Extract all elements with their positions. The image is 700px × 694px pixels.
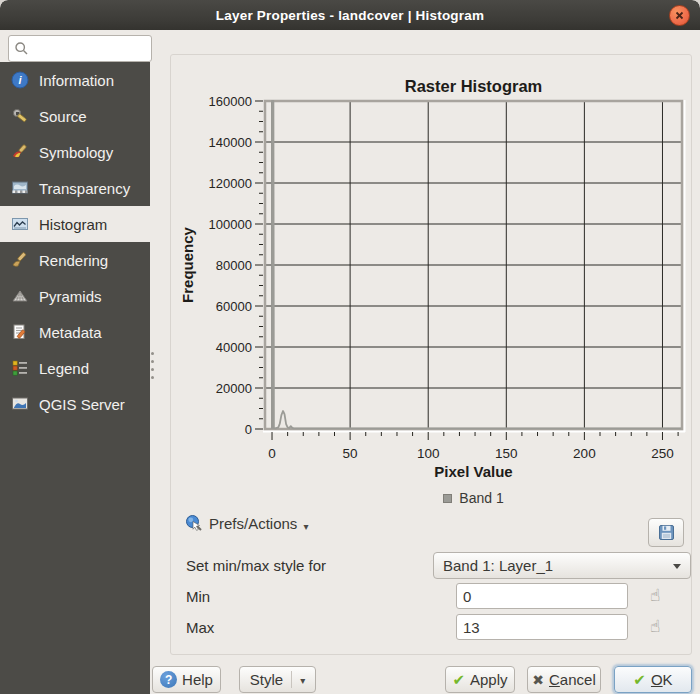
rendering-icon (10, 251, 30, 269)
pyramids-icon (10, 287, 30, 305)
apply-button-label: Apply (470, 671, 508, 688)
svg-text:140000: 140000 (209, 135, 252, 150)
svg-text:20000: 20000 (216, 381, 252, 396)
svg-text:160000: 160000 (209, 94, 252, 109)
sidebar-item-label: Pyramids (39, 288, 102, 305)
symbology-icon (10, 143, 30, 161)
sidebar-item-metadata[interactable]: Metadata (0, 314, 150, 350)
help-button-label: Help (182, 671, 213, 688)
band1-legend-swatch (443, 494, 452, 503)
svg-text:Raster Histogram: Raster Histogram (405, 77, 543, 95)
min-pick-hand-icon[interactable]: ☝ (650, 587, 660, 604)
sidebar-item-qgis-server[interactable]: QGIS Server (0, 386, 150, 422)
sidebar-splitter-handle[interactable] (151, 352, 154, 379)
window-title: Layer Properties - landcover | Histogram (216, 8, 484, 23)
sidebar-item-legend[interactable]: Legend (0, 350, 150, 386)
svg-text:200: 200 (573, 446, 596, 461)
help-icon: ? (160, 671, 177, 688)
svg-text:0: 0 (245, 422, 252, 437)
svg-text:100000: 100000 (209, 217, 252, 232)
chart-legend: Band 1 (265, 489, 682, 507)
close-button[interactable] (669, 5, 690, 26)
sidebar-item-label: Rendering (39, 252, 108, 269)
sidebar-item-label: Symbology (39, 144, 113, 161)
sidebar-item-symbology[interactable]: Symbology (0, 134, 150, 170)
source-icon (10, 107, 30, 125)
chevron-down-icon: ▾ (300, 676, 305, 686)
svg-text:120000: 120000 (209, 176, 252, 191)
svg-text:40000: 40000 (216, 340, 252, 355)
sidebar-item-label: Metadata (39, 324, 102, 341)
sidebar-item-label: Transparency (39, 180, 130, 197)
ok-button[interactable]: ✔ OK (614, 666, 692, 693)
svg-text:250: 250 (651, 446, 674, 461)
raster-histogram-chart[interactable]: 0200004000060000800001000001200001400001… (171, 55, 693, 485)
ok-button-label: OK (651, 671, 673, 688)
style-dropdown-button[interactable]: Style ▾ (239, 666, 316, 693)
save-histogram-button[interactable] (648, 518, 684, 547)
band-select-value: Band 1: Layer_1 (443, 557, 553, 574)
title-bar[interactable]: Layer Properties - landcover | Histogram (0, 0, 700, 30)
svg-text:60000: 60000 (216, 299, 252, 314)
max-pick-hand-icon[interactable]: ☝ (650, 618, 660, 635)
sidebar-item-information[interactable]: i Information (0, 62, 150, 98)
max-input[interactable] (456, 614, 628, 640)
check-icon: ✔ (633, 671, 646, 689)
prefs-actions-button[interactable]: Prefs/Actions ▾ (185, 514, 308, 532)
svg-text:150: 150 (495, 446, 518, 461)
prefs-actions-label: Prefs/Actions (209, 515, 297, 532)
sidebar-item-label: Information (39, 72, 114, 89)
sidebar-item-pyramids[interactable]: Pyramids (0, 278, 150, 314)
button-divider (291, 671, 292, 688)
sidebar-item-rendering[interactable]: Rendering (0, 242, 150, 278)
sidebar-item-histogram[interactable]: Histogram (0, 206, 150, 242)
search-icon (14, 41, 29, 56)
svg-text:100: 100 (417, 446, 440, 461)
chevron-down-icon: ▾ (303, 522, 308, 532)
sidebar-item-transparency[interactable]: Transparency (0, 170, 150, 206)
histogram-panel: 0200004000060000800001000001200001400001… (170, 54, 692, 655)
histogram-icon (10, 215, 30, 233)
legend-icon (10, 359, 30, 377)
chevron-down-icon (673, 564, 681, 569)
set-minmax-label: Set min/max style for (186, 557, 326, 574)
search-input[interactable] (29, 40, 139, 58)
close-icon (674, 10, 685, 21)
sidebar: i Information Source Symb (0, 62, 150, 694)
svg-text:50: 50 (343, 446, 358, 461)
help-button[interactable]: ? Help (152, 666, 221, 693)
apply-button[interactable]: ✔ Apply (445, 666, 515, 693)
svg-text:80000: 80000 (216, 258, 252, 273)
max-label: Max (186, 619, 214, 636)
check-icon: ✔ (452, 671, 465, 689)
svg-text:0: 0 (268, 446, 276, 461)
min-input[interactable] (456, 583, 628, 609)
band-select-dropdown[interactable]: Band 1: Layer_1 (433, 552, 691, 579)
save-icon (657, 523, 676, 542)
cancel-button[interactable]: ✖ Cancel (527, 666, 601, 693)
cancel-button-label: Cancel (549, 671, 596, 688)
sidebar-item-label: Source (39, 108, 87, 125)
transparency-icon (10, 179, 30, 197)
information-icon: i (10, 71, 30, 89)
band1-legend-label: Band 1 (459, 490, 503, 506)
search-box[interactable] (8, 35, 152, 62)
sidebar-item-source[interactable]: Source (0, 98, 150, 134)
cross-icon: ✖ (532, 672, 544, 688)
sidebar-item-label: Legend (39, 360, 89, 377)
svg-text:Frequency: Frequency (179, 226, 196, 303)
style-button-label: Style (250, 671, 283, 688)
qgis-server-icon (10, 395, 30, 413)
sidebar-item-label: Histogram (39, 216, 107, 233)
layer-properties-dialog: Layer Properties - landcover | Histogram… (0, 0, 700, 694)
metadata-icon (10, 323, 30, 341)
min-label: Min (186, 588, 210, 605)
sidebar-item-label: QGIS Server (39, 396, 125, 413)
svg-text:Pixel Value: Pixel Value (434, 463, 512, 480)
prefs-actions-icon (185, 514, 203, 532)
